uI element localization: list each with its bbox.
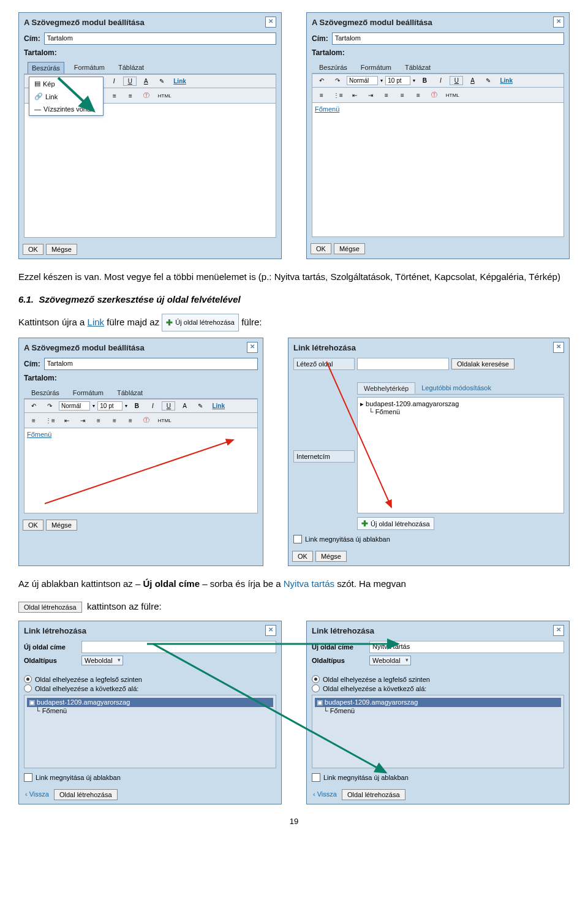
new-page-title-input[interactable] (81, 641, 276, 653)
body-paragraph: Kattintson újra a Link fülre majd az ✚Új… (18, 314, 570, 331)
radio-top-level[interactable] (24, 675, 32, 683)
undo-icon[interactable]: ↶ (27, 401, 40, 410)
tab-insert[interactable]: Beszúrás (28, 62, 64, 74)
italic-icon[interactable]: I (434, 76, 447, 85)
cim-input[interactable]: Tartalom (332, 32, 564, 45)
tab-recent[interactable]: Legutóbbi módosítások (415, 382, 497, 394)
fontsize-select[interactable]: 10 pt (385, 76, 410, 85)
align-center-icon[interactable]: ≡ (108, 91, 121, 100)
close-icon[interactable]: ✕ (553, 625, 564, 636)
cim-input[interactable]: Tartalom (44, 32, 276, 45)
body-paragraph: Ezzel készen is van. Most vegye fel a tö… (18, 268, 570, 285)
ok-button[interactable]: OK (23, 244, 43, 255)
create-page-button-inline: Oldal létrehozása (18, 602, 82, 613)
editor-area[interactable] (24, 104, 276, 238)
tab-sitemap[interactable]: Webhelytérkép (357, 382, 415, 394)
numbered-list-icon[interactable]: ≡ (315, 91, 328, 100)
underline-icon[interactable]: U (450, 76, 463, 85)
menu-image[interactable]: ▤Kép (29, 77, 103, 90)
new-page-button[interactable]: ✚Új oldal létrehozása (357, 517, 434, 530)
link-button[interactable]: Link (209, 401, 227, 410)
radio-top-level[interactable] (312, 675, 320, 683)
search-pages-button[interactable]: Oldalak keresése (451, 358, 514, 369)
close-icon[interactable]: ✕ (553, 342, 564, 353)
link-word: Link (88, 317, 105, 327)
create-page-button[interactable]: Oldal létrehozása (342, 789, 405, 800)
existing-page-input[interactable] (357, 358, 449, 370)
plus-icon: ✚ (166, 316, 173, 330)
page-type-select[interactable]: Weboldal (81, 656, 123, 665)
create-page-button[interactable]: Oldal létrehozása (54, 789, 118, 800)
insert-dropdown: ▤Kép 🔗Link —Vízszintes vonal (29, 77, 104, 116)
clear-format-icon[interactable]: Ⓣ (428, 89, 441, 100)
section-heading: 6.1. Szövegmező szerkesztése új oldal fe… (18, 294, 570, 305)
align-right-icon[interactable]: ≡ (124, 91, 137, 100)
site-tree[interactable]: ▸ budapest-1209.amagyarorszag └ Főmenü (357, 397, 564, 513)
tab-format[interactable]: Formátum (70, 62, 108, 74)
cancel-button[interactable]: Mégse (334, 243, 365, 254)
cancel-button[interactable]: Mégse (46, 244, 77, 255)
close-icon[interactable]: ✕ (265, 625, 276, 636)
align-center-icon[interactable]: ≡ (396, 91, 409, 100)
close-icon[interactable]: ✕ (247, 342, 258, 353)
align-right-icon[interactable]: ≡ (412, 91, 425, 100)
existing-page-label: Létező oldal (293, 358, 355, 370)
italic-icon[interactable]: I (107, 77, 121, 86)
open-new-window-checkbox[interactable] (312, 773, 320, 782)
open-new-window-checkbox[interactable] (24, 773, 32, 782)
bgcolor-icon[interactable]: ✎ (155, 77, 168, 86)
close-icon[interactable]: ✕ (553, 17, 564, 28)
link-create-dialog: Link létrehozása ✕ Létező oldal Oldalak … (288, 338, 570, 566)
site-tree[interactable]: ▣ budapest-1209.amagyarorszag └ Főmenü (24, 695, 276, 768)
bold-icon[interactable]: B (418, 76, 431, 85)
editor-area[interactable]: Főmenü (312, 103, 564, 237)
text-module-dialog-right: A Szövegmező modul beállítása ✕ Cím: Tar… (306, 12, 570, 259)
page-type-select[interactable]: Weboldal (369, 656, 411, 665)
ok-button[interactable]: OK (311, 243, 331, 254)
redo-icon[interactable]: ↷ (331, 76, 344, 85)
clear-format-icon[interactable]: Ⓣ (140, 90, 153, 101)
outdent-icon[interactable]: ⇤ (348, 91, 361, 100)
tab-insert[interactable]: Beszúrás (315, 62, 351, 73)
editor-area[interactable]: Főmenü (24, 428, 258, 513)
site-tree[interactable]: ▣ budapest-1209.amagyarorszag └ Főmenü (312, 695, 564, 768)
undo-icon[interactable]: ↶ (315, 76, 328, 85)
page-number: 19 (18, 817, 570, 826)
dialog-title: A Szövegmező modul beállítása (24, 18, 145, 27)
radio-under[interactable] (312, 684, 320, 692)
new-page-dialog-right: Link létrehozása ✕ Új oldal címe Nyitva … (306, 621, 570, 804)
new-page-title-input[interactable]: Nyitva tartás (369, 641, 564, 653)
underline-icon[interactable]: U (123, 77, 137, 86)
link-icon: 🔗 (34, 93, 43, 100)
radio-under[interactable] (24, 684, 32, 692)
bullet-list-icon[interactable]: ⋮≡ (331, 91, 345, 100)
indent-icon[interactable]: ⇥ (364, 91, 377, 100)
bgcolor-icon[interactable]: ✎ (481, 76, 495, 85)
close-icon[interactable]: ✕ (265, 17, 276, 28)
text-module-dialog-small: A Szövegmező modul beállítása ✕ Cím: Tar… (18, 338, 263, 566)
link-button[interactable]: Link (171, 77, 189, 86)
text-module-dialog-left: A Szövegmező modul beállítása ✕ Cím: Tar… (18, 12, 282, 259)
style-select[interactable]: Normál (347, 76, 378, 85)
new-page-dialog-left: Link létrehozása ✕ Új oldal címe Oldaltí… (18, 621, 282, 804)
fomenu-link[interactable]: Főmenü (315, 105, 339, 113)
tartalom-label: Tartalom: (24, 48, 276, 57)
tab-format[interactable]: Formátum (357, 62, 395, 73)
align-left-icon[interactable]: ≡ (380, 91, 393, 100)
html-icon[interactable]: HTML (156, 92, 174, 100)
redo-icon[interactable]: ↷ (43, 401, 56, 410)
back-link[interactable]: ‹ Vissza (23, 789, 51, 800)
tab-table[interactable]: Táblázat (401, 62, 434, 73)
menu-hr[interactable]: —Vízszintes vonal (29, 103, 103, 115)
dialog-title: A Szövegmező modul beállítása (312, 18, 432, 27)
image-icon: ▤ (34, 80, 40, 88)
fontcolor-icon[interactable]: A (139, 77, 153, 86)
open-new-window-checkbox[interactable] (293, 535, 302, 543)
fontcolor-icon[interactable]: A (466, 76, 479, 85)
html-icon[interactable]: HTML (443, 91, 462, 99)
back-link[interactable]: ‹ Vissza (311, 789, 339, 800)
menu-link[interactable]: 🔗Link (29, 90, 103, 103)
new-page-chip: ✚Új oldal létrehozása (162, 314, 239, 331)
tab-table[interactable]: Táblázat (115, 62, 148, 74)
link-button[interactable]: Link (497, 76, 515, 85)
